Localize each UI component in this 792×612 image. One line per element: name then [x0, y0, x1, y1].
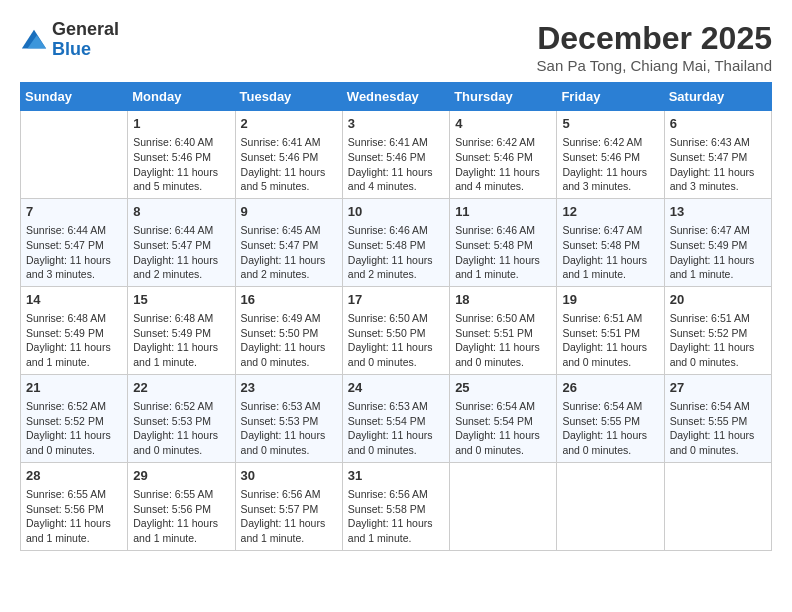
- calendar-week-row: 28Sunrise: 6:55 AMSunset: 5:56 PMDayligh…: [21, 462, 772, 550]
- calendar-week-row: 1Sunrise: 6:40 AMSunset: 5:46 PMDaylight…: [21, 111, 772, 199]
- day-number: 12: [562, 203, 658, 221]
- calendar-cell: [21, 111, 128, 199]
- logo-icon: [20, 26, 48, 54]
- calendar-cell: 21Sunrise: 6:52 AMSunset: 5:52 PMDayligh…: [21, 374, 128, 462]
- day-number: 16: [241, 291, 337, 309]
- cell-sun-info: Sunrise: 6:43 AMSunset: 5:47 PMDaylight:…: [670, 135, 766, 194]
- cell-sun-info: Sunrise: 6:53 AMSunset: 5:54 PMDaylight:…: [348, 399, 444, 458]
- cell-sun-info: Sunrise: 6:47 AMSunset: 5:48 PMDaylight:…: [562, 223, 658, 282]
- day-number: 24: [348, 379, 444, 397]
- calendar-cell: 1Sunrise: 6:40 AMSunset: 5:46 PMDaylight…: [128, 111, 235, 199]
- day-number: 15: [133, 291, 229, 309]
- cell-sun-info: Sunrise: 6:44 AMSunset: 5:47 PMDaylight:…: [133, 223, 229, 282]
- calendar-week-row: 21Sunrise: 6:52 AMSunset: 5:52 PMDayligh…: [21, 374, 772, 462]
- cell-sun-info: Sunrise: 6:51 AMSunset: 5:52 PMDaylight:…: [670, 311, 766, 370]
- day-number: 26: [562, 379, 658, 397]
- calendar-cell: 9Sunrise: 6:45 AMSunset: 5:47 PMDaylight…: [235, 198, 342, 286]
- calendar-cell: 12Sunrise: 6:47 AMSunset: 5:48 PMDayligh…: [557, 198, 664, 286]
- calendar-cell: 25Sunrise: 6:54 AMSunset: 5:54 PMDayligh…: [450, 374, 557, 462]
- day-number: 28: [26, 467, 122, 485]
- cell-sun-info: Sunrise: 6:46 AMSunset: 5:48 PMDaylight:…: [455, 223, 551, 282]
- cell-sun-info: Sunrise: 6:55 AMSunset: 5:56 PMDaylight:…: [133, 487, 229, 546]
- cell-sun-info: Sunrise: 6:51 AMSunset: 5:51 PMDaylight:…: [562, 311, 658, 370]
- header-cell-thursday: Thursday: [450, 83, 557, 111]
- day-number: 27: [670, 379, 766, 397]
- calendar-cell: 16Sunrise: 6:49 AMSunset: 5:50 PMDayligh…: [235, 286, 342, 374]
- cell-sun-info: Sunrise: 6:49 AMSunset: 5:50 PMDaylight:…: [241, 311, 337, 370]
- cell-sun-info: Sunrise: 6:45 AMSunset: 5:47 PMDaylight:…: [241, 223, 337, 282]
- cell-sun-info: Sunrise: 6:54 AMSunset: 5:54 PMDaylight:…: [455, 399, 551, 458]
- calendar-cell: 2Sunrise: 6:41 AMSunset: 5:46 PMDaylight…: [235, 111, 342, 199]
- day-number: 19: [562, 291, 658, 309]
- day-number: 13: [670, 203, 766, 221]
- calendar-cell: 11Sunrise: 6:46 AMSunset: 5:48 PMDayligh…: [450, 198, 557, 286]
- calendar-cell: [450, 462, 557, 550]
- calendar-cell: 30Sunrise: 6:56 AMSunset: 5:57 PMDayligh…: [235, 462, 342, 550]
- cell-sun-info: Sunrise: 6:52 AMSunset: 5:52 PMDaylight:…: [26, 399, 122, 458]
- cell-sun-info: Sunrise: 6:56 AMSunset: 5:58 PMDaylight:…: [348, 487, 444, 546]
- day-number: 21: [26, 379, 122, 397]
- day-number: 17: [348, 291, 444, 309]
- day-number: 7: [26, 203, 122, 221]
- day-number: 22: [133, 379, 229, 397]
- calendar-cell: 17Sunrise: 6:50 AMSunset: 5:50 PMDayligh…: [342, 286, 449, 374]
- calendar-cell: 24Sunrise: 6:53 AMSunset: 5:54 PMDayligh…: [342, 374, 449, 462]
- cell-sun-info: Sunrise: 6:44 AMSunset: 5:47 PMDaylight:…: [26, 223, 122, 282]
- day-number: 10: [348, 203, 444, 221]
- cell-sun-info: Sunrise: 6:41 AMSunset: 5:46 PMDaylight:…: [348, 135, 444, 194]
- day-number: 6: [670, 115, 766, 133]
- cell-sun-info: Sunrise: 6:40 AMSunset: 5:46 PMDaylight:…: [133, 135, 229, 194]
- calendar-week-row: 14Sunrise: 6:48 AMSunset: 5:49 PMDayligh…: [21, 286, 772, 374]
- header-cell-monday: Monday: [128, 83, 235, 111]
- cell-sun-info: Sunrise: 6:55 AMSunset: 5:56 PMDaylight:…: [26, 487, 122, 546]
- title-block: December 2025 San Pa Tong, Chiang Mai, T…: [537, 20, 772, 74]
- calendar-cell: 29Sunrise: 6:55 AMSunset: 5:56 PMDayligh…: [128, 462, 235, 550]
- calendar-table: SundayMondayTuesdayWednesdayThursdayFrid…: [20, 82, 772, 551]
- day-number: 3: [348, 115, 444, 133]
- calendar-cell: [557, 462, 664, 550]
- cell-sun-info: Sunrise: 6:41 AMSunset: 5:46 PMDaylight:…: [241, 135, 337, 194]
- calendar-cell: 28Sunrise: 6:55 AMSunset: 5:56 PMDayligh…: [21, 462, 128, 550]
- calendar-cell: 19Sunrise: 6:51 AMSunset: 5:51 PMDayligh…: [557, 286, 664, 374]
- day-number: 5: [562, 115, 658, 133]
- day-number: 14: [26, 291, 122, 309]
- day-number: 18: [455, 291, 551, 309]
- day-number: 20: [670, 291, 766, 309]
- calendar-cell: 7Sunrise: 6:44 AMSunset: 5:47 PMDaylight…: [21, 198, 128, 286]
- calendar-cell: 20Sunrise: 6:51 AMSunset: 5:52 PMDayligh…: [664, 286, 771, 374]
- cell-sun-info: Sunrise: 6:46 AMSunset: 5:48 PMDaylight:…: [348, 223, 444, 282]
- cell-sun-info: Sunrise: 6:53 AMSunset: 5:53 PMDaylight:…: [241, 399, 337, 458]
- cell-sun-info: Sunrise: 6:47 AMSunset: 5:49 PMDaylight:…: [670, 223, 766, 282]
- cell-sun-info: Sunrise: 6:48 AMSunset: 5:49 PMDaylight:…: [26, 311, 122, 370]
- cell-sun-info: Sunrise: 6:50 AMSunset: 5:51 PMDaylight:…: [455, 311, 551, 370]
- header-cell-saturday: Saturday: [664, 83, 771, 111]
- day-number: 30: [241, 467, 337, 485]
- logo: General Blue: [20, 20, 119, 60]
- calendar-cell: 4Sunrise: 6:42 AMSunset: 5:46 PMDaylight…: [450, 111, 557, 199]
- day-number: 23: [241, 379, 337, 397]
- calendar-cell: 6Sunrise: 6:43 AMSunset: 5:47 PMDaylight…: [664, 111, 771, 199]
- calendar-cell: [664, 462, 771, 550]
- calendar-header-row: SundayMondayTuesdayWednesdayThursdayFrid…: [21, 83, 772, 111]
- cell-sun-info: Sunrise: 6:50 AMSunset: 5:50 PMDaylight:…: [348, 311, 444, 370]
- calendar-cell: 5Sunrise: 6:42 AMSunset: 5:46 PMDaylight…: [557, 111, 664, 199]
- day-number: 2: [241, 115, 337, 133]
- cell-sun-info: Sunrise: 6:54 AMSunset: 5:55 PMDaylight:…: [670, 399, 766, 458]
- calendar-cell: 27Sunrise: 6:54 AMSunset: 5:55 PMDayligh…: [664, 374, 771, 462]
- calendar-cell: 23Sunrise: 6:53 AMSunset: 5:53 PMDayligh…: [235, 374, 342, 462]
- calendar-cell: 14Sunrise: 6:48 AMSunset: 5:49 PMDayligh…: [21, 286, 128, 374]
- logo-general-text: General: [52, 20, 119, 40]
- month-title: December 2025: [537, 20, 772, 57]
- day-number: 31: [348, 467, 444, 485]
- day-number: 25: [455, 379, 551, 397]
- calendar-cell: 31Sunrise: 6:56 AMSunset: 5:58 PMDayligh…: [342, 462, 449, 550]
- day-number: 9: [241, 203, 337, 221]
- header-cell-tuesday: Tuesday: [235, 83, 342, 111]
- cell-sun-info: Sunrise: 6:48 AMSunset: 5:49 PMDaylight:…: [133, 311, 229, 370]
- header-cell-wednesday: Wednesday: [342, 83, 449, 111]
- calendar-cell: 10Sunrise: 6:46 AMSunset: 5:48 PMDayligh…: [342, 198, 449, 286]
- calendar-cell: 18Sunrise: 6:50 AMSunset: 5:51 PMDayligh…: [450, 286, 557, 374]
- cell-sun-info: Sunrise: 6:42 AMSunset: 5:46 PMDaylight:…: [455, 135, 551, 194]
- calendar-cell: 3Sunrise: 6:41 AMSunset: 5:46 PMDaylight…: [342, 111, 449, 199]
- location-subtitle: San Pa Tong, Chiang Mai, Thailand: [537, 57, 772, 74]
